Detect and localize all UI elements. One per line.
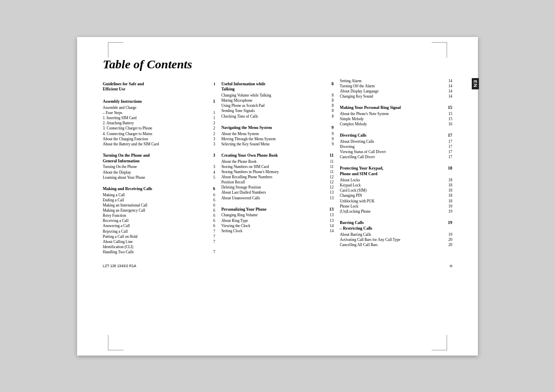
list-item: (Un)Locking Phone19 <box>340 209 452 214</box>
section-useful-info-text: Useful Information whileTalking <box>221 82 266 93</box>
list-item: Checking Time of Calls8 <box>221 114 334 119</box>
section-protecting-page: 18 <box>448 165 453 171</box>
section-making-calls-text: Making and Receiving Calls <box>103 186 152 192</box>
corner-mark-bl <box>108 335 108 350</box>
phonebook-entries: About the Phone Book11 Storing Numbers o… <box>221 159 334 201</box>
corner-mark-tr <box>447 42 447 58</box>
en-tab: EN <box>472 78 479 90</box>
list-item: Making an Emergency Call6 <box>103 208 215 213</box>
list-item: Setting Clock14 <box>221 229 334 234</box>
list-item: About Display Language14 <box>340 89 452 94</box>
column-1: Guidelines for Safe andEfficient Use i A… <box>103 79 221 255</box>
list-item: Moving Through the Menu System9 <box>221 137 334 142</box>
list-item: About Last Dialled Numbers13 <box>221 190 334 195</box>
list-item: Learning about Your Phone5 <box>103 175 215 180</box>
diverting-entries: About Diverting Calls17 Diverting17 View… <box>340 139 452 160</box>
section-diverting: Diverting Calls 17 <box>340 130 452 139</box>
section-turning-on-page: 3 <box>213 153 215 158</box>
list-item: Changing Volume while Talking8 <box>221 93 334 98</box>
list-item: Receiving a Call6 <box>103 218 215 223</box>
section-phonebook-page: 11 <box>329 153 334 158</box>
section-making-calls: Making and Receiving Calls 6 <box>103 183 215 193</box>
section-assembly-text: Assembly Instructions <box>103 99 142 105</box>
corner-mark-h-tl <box>108 42 123 43</box>
protecting-entries: About Locks18 Keypad Lock18 Card Lock (S… <box>340 178 452 214</box>
list-item: Cancelling All Call Bars20 <box>340 242 452 248</box>
column-2: Useful Information whileTalking 8 Changi… <box>221 79 340 255</box>
corner-mark-h-bl <box>108 350 123 350</box>
list-item: About the Charging Function3 <box>103 137 215 142</box>
making-calls-entries: Making a Call6 Ending a Call6 Making an … <box>103 193 215 255</box>
barring-entries: About Barring Calls19 Activating Call Ba… <box>340 232 452 248</box>
list-item: Sending Tone Signals8 <box>221 108 334 114</box>
section-protecting: Protecting Your Keypad,Phone and SIM Car… <box>340 163 452 178</box>
list-item: Viewing Status of Call Divert17 <box>340 150 452 155</box>
list-item: About the Menu System9 <box>221 132 334 137</box>
section-menu-text: Navigating the Menu System <box>221 125 272 131</box>
assembly-entries: Assemble and Charge – Four Steps1 1. Ins… <box>103 105 215 147</box>
section-assembly: Assembly Instructions 1 <box>103 96 215 105</box>
section-turning-on: Turning On the Phone andGeneral Informat… <box>103 150 215 165</box>
list-item: Turning On the Phone3 <box>103 164 215 170</box>
section-making-calls-page: 6 <box>213 186 215 192</box>
list-item: Handling Two Calls7 <box>103 250 215 255</box>
section-protecting-text: Protecting Your Keypad,Phone and SIM Car… <box>340 166 383 177</box>
section-barring-text: Barring Calls– Restricting Calls <box>340 220 372 232</box>
list-item: Answering a Call6 <box>103 223 215 229</box>
list-item: Cancelling Call Divert17 <box>340 155 452 160</box>
list-item: About Ring Type13 <box>221 218 334 223</box>
column-3: Setting Alarm14 Turning Off the Alarm14 … <box>340 79 452 255</box>
list-item: 3. Connecting Charger to Phone2 <box>103 126 215 131</box>
section-assembly-page: 1 <box>213 99 215 104</box>
list-item: About the Display4 <box>103 170 215 175</box>
list-item: Rejecting a Call7 <box>103 229 215 234</box>
section-barring-page: 19 <box>448 220 453 226</box>
section-phonebook-text: Creating Your Own Phone Book <box>221 153 278 159</box>
list-item: – Four Steps1 <box>103 110 215 116</box>
corner-mark-tl <box>108 42 108 58</box>
menu-entries: About the Menu System9 Moving Through th… <box>221 132 334 147</box>
list-item: 4. Connecting Charger to Mains2 <box>103 132 215 137</box>
list-item: Complex Melody16 <box>340 122 452 127</box>
corner-mark-h-tr <box>432 42 447 43</box>
list-item: Phone Lock19 <box>340 204 452 209</box>
list-item: About Recalling Phone Numbers12 <box>221 175 334 180</box>
footer: LZT 126 1343/2 R1A iii <box>103 264 452 268</box>
list-item: Activating Call Bars for Any Call Type20 <box>340 237 452 242</box>
toc-columns: Guidelines for Safe andEfficient Use i A… <box>103 79 452 255</box>
section-personalizing-text: Personalizing Your Phone <box>221 207 267 213</box>
list-item: Turning Off the Alarm14 <box>340 84 452 89</box>
section-menu: Navigating the Menu System 9 <box>221 122 334 132</box>
list-item: About the Battery and the SIM Card3 <box>103 142 215 147</box>
list-item: Position Recall12 <box>221 180 334 185</box>
section-ring-signal-page: 15 <box>448 105 453 110</box>
section-guidelines: Guidelines for Safe andEfficient Use i <box>103 79 215 94</box>
corner-mark-br <box>447 335 447 350</box>
list-item: About the Phone Book11 <box>221 159 334 164</box>
list-item: 1. Inserting SIM Card1 <box>103 116 215 121</box>
list-item: Ending a Call6 <box>103 198 215 203</box>
section-diverting-text: Diverting Calls <box>340 133 366 139</box>
section-ring-signal-text: Making Your Personal Ring Signal <box>340 105 401 111</box>
alarm-entries: Setting Alarm14 Turning Off the Alarm14 … <box>340 79 452 100</box>
list-item: Keypad Lock18 <box>340 183 452 188</box>
list-item: 2. Attaching Battery2 <box>103 121 215 126</box>
section-phonebook: Creating Your Own Phone Book 11 <box>221 150 334 159</box>
personalizing-entries: Changing Ring Volume13 About Ring Type13… <box>221 213 334 234</box>
footer-right: iii <box>450 264 452 268</box>
section-barring: Barring Calls– Restricting Calls 19 <box>340 217 452 232</box>
list-item: Changing Ring Volume13 <box>221 213 334 218</box>
list-item: Storing Numbers on SIM Card11 <box>221 164 334 170</box>
list-item: Setting Alarm14 <box>340 79 452 84</box>
list-item: Simple Melody15 <box>340 117 452 122</box>
list-item: Card Lock (SIM)18 <box>340 188 452 193</box>
list-item: Retry Function6 <box>103 213 215 218</box>
corner-mark-h-br <box>432 350 447 350</box>
toc-title: Table of Contents <box>103 58 452 71</box>
list-item: Changing PIN18 <box>340 193 452 198</box>
list-item: About Locks18 <box>340 178 452 183</box>
list-item: Making a Call6 <box>103 193 215 198</box>
section-useful-info: Useful Information whileTalking 8 <box>221 79 334 94</box>
list-item: Selecting the Key Sound Menu9 <box>221 142 334 147</box>
list-item: Viewing the Clock14 <box>221 223 334 229</box>
